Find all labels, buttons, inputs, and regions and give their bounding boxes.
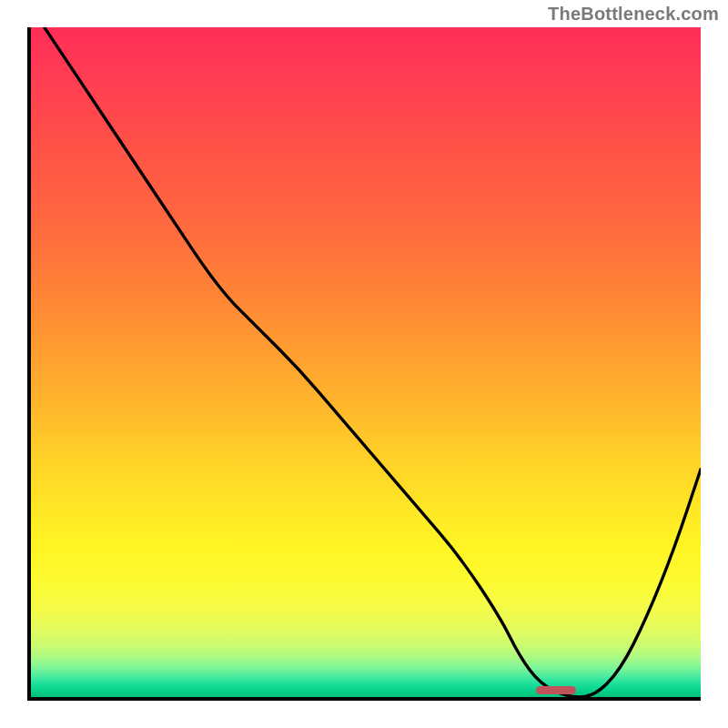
bottleneck-curve (45, 27, 701, 697)
optimum-marker (536, 686, 576, 694)
curve-layer (31, 27, 701, 697)
chart-container: TheBottleneck.com (0, 0, 728, 728)
watermark-text: TheBottleneck.com (548, 4, 719, 25)
plot-area (27, 27, 701, 701)
